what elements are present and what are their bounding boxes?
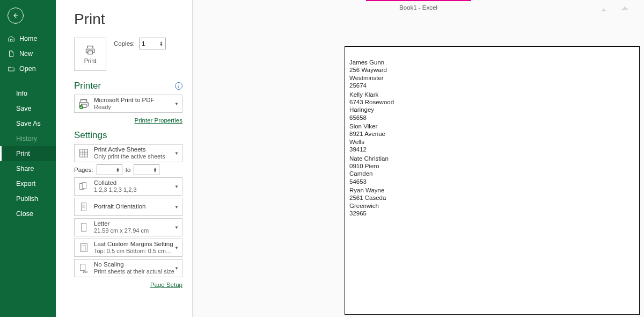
info-icon[interactable]: i — [175, 82, 182, 90]
copies-spinner[interactable]: ▲▼ — [139, 38, 166, 49]
preview-line: Wells — [349, 138, 394, 146]
pages-row: Pages: ▲▼ to ▲▼ — [74, 164, 182, 175]
printer-name: Microsoft Print to PDF — [94, 97, 154, 104]
settings-heading-label: Settings — [74, 130, 107, 141]
preview-record: Ryan Wayne2561 CasedaGreenwich32965 — [349, 186, 394, 218]
print-button-label: Print — [84, 57, 97, 64]
folder-open-icon — [8, 65, 15, 73]
preview-line: 2561 Caseda — [349, 194, 394, 201]
chevron-down-icon: ▼ — [174, 205, 179, 210]
sidebar-new[interactable]: New — [0, 46, 56, 61]
decorative-birds — [599, 2, 634, 15]
print-what-dropdown[interactable]: Print Active Sheets Only print the activ… — [74, 144, 182, 162]
preview-record: Kelly Klark6743 RosewoodHaringey65658 — [349, 91, 394, 122]
home-icon — [8, 35, 15, 42]
sidebar-open-label: Open — [19, 65, 36, 73]
preview-record: Nate Christian0910 PieroCamden54653 — [349, 155, 394, 186]
collate-l1: Collated — [94, 179, 137, 186]
sidebar-save-as[interactable]: Save As — [0, 116, 56, 131]
collate-icon — [78, 181, 90, 192]
sidebar-publish[interactable]: Publish — [0, 191, 56, 206]
chevron-down-icon: ▼ — [174, 225, 179, 230]
spinner-arrows-icon[interactable]: ▲▼ — [116, 167, 120, 172]
preview-page: James Gunn256 WaywardWestminster25674Kel… — [345, 46, 640, 315]
svg-text:100: 100 — [83, 270, 87, 273]
scaling-l1: No Scaling — [94, 261, 174, 268]
chevron-down-icon: ▼ — [174, 246, 179, 250]
preview-line: 54653 — [349, 178, 394, 185]
margins-l1: Last Custom Margins Setting — [94, 241, 173, 248]
preview-line: James Gunn — [349, 59, 394, 66]
printer-heading: Printer — [74, 81, 101, 91]
svg-rect-7 — [82, 245, 85, 250]
collate-dropdown[interactable]: Collated 1,2,3 1,2,3 1,2,3 ▼ — [74, 177, 182, 196]
sidebar-info[interactable]: Info — [0, 86, 56, 101]
print-preview-area: Book1 - Excel James Gunn256 WaywardWestm… — [192, 0, 644, 317]
preview-line: 256 Wayward — [349, 66, 394, 74]
paper-icon — [78, 221, 90, 233]
scaling-dropdown[interactable]: 100 No Scaling Print sheets at their act… — [74, 259, 182, 277]
margins-icon — [78, 242, 90, 254]
page-setup-link[interactable]: Page Setup — [150, 282, 182, 288]
sidebar-close[interactable]: Close — [0, 206, 56, 221]
page-from-field[interactable] — [99, 167, 112, 173]
printer-status-icon — [78, 98, 90, 110]
print-button[interactable]: Print — [74, 38, 106, 71]
sidebar-history: History — [0, 131, 56, 146]
portrait-icon — [78, 201, 90, 213]
preview-line: 65658 — [349, 114, 394, 121]
scaling-l2: Print sheets at their actual size — [94, 268, 174, 275]
preview-line: Westminster — [349, 74, 394, 82]
preview-content: James Gunn256 WaywardWestminster25674Kel… — [349, 59, 394, 219]
printer-properties-link[interactable]: Printer Properties — [135, 117, 182, 124]
chevron-down-icon: ▼ — [174, 184, 179, 189]
spinner-arrows-icon[interactable]: ▲▼ — [159, 41, 163, 46]
copies-input[interactable] — [142, 40, 155, 47]
orientation-dropdown[interactable]: Portrait Orientation ▼ — [74, 198, 182, 216]
sidebar-open[interactable]: Open — [0, 61, 56, 76]
back-button[interactable] — [8, 8, 24, 24]
print-what-l1: Print Active Sheets — [94, 146, 165, 153]
copies-label: Copies: — [114, 40, 135, 47]
pages-to-label: to — [126, 167, 131, 173]
orientation-l1: Portrait Orientation — [94, 203, 146, 210]
page-title: Print — [74, 11, 182, 28]
sidebar-home[interactable]: Home — [0, 31, 56, 46]
printer-heading-row: Printer i — [74, 81, 182, 91]
page-to-input[interactable]: ▲▼ — [134, 164, 159, 175]
preview-line: 6743 Rosewood — [349, 98, 394, 106]
printer-dropdown[interactable]: Microsoft Print to PDF Ready ▼ — [74, 95, 182, 113]
svg-rect-5 — [81, 224, 86, 232]
preview-line: Nate Christian — [349, 155, 394, 162]
file-icon — [8, 50, 15, 57]
paper-l2: 21.59 cm x 27.94 cm — [94, 227, 149, 234]
scaling-icon: 100 — [78, 262, 90, 274]
preview-line: Greenwich — [349, 202, 394, 210]
sidebar-save[interactable]: Save — [0, 101, 56, 116]
settings-heading: Settings — [74, 130, 182, 141]
sidebar-share[interactable]: Share — [0, 161, 56, 176]
preview-line: 25674 — [349, 82, 394, 89]
preview-line: Haringey — [349, 106, 394, 113]
window-title: Book1 - Excel — [399, 4, 437, 11]
bird-icon — [618, 2, 634, 15]
page-to-field[interactable] — [136, 167, 149, 173]
title-accent — [366, 0, 471, 1]
spinner-arrows-icon[interactable]: ▲▼ — [153, 167, 157, 172]
chevron-down-icon: ▼ — [174, 266, 179, 271]
sidebar-new-label: New — [19, 50, 33, 57]
svg-rect-3 — [82, 183, 86, 189]
sidebar-export[interactable]: Export — [0, 176, 56, 191]
pages-label: Pages: — [74, 167, 93, 173]
paper-l1: Letter — [94, 220, 149, 227]
paper-dropdown[interactable]: Letter 21.59 cm x 27.94 cm ▼ — [74, 218, 182, 236]
preview-line: 39412 — [349, 146, 394, 153]
margins-dropdown[interactable]: Last Custom Margins Setting Top: 0.5 cm … — [74, 239, 182, 257]
bird-icon — [599, 5, 611, 15]
arrow-left-icon — [12, 12, 19, 19]
preview-line: Sion Viker — [349, 123, 394, 130]
sidebar-print[interactable]: Print — [0, 146, 56, 161]
preview-line: Ryan Wayne — [349, 186, 394, 194]
preview-line: Kelly Klark — [349, 91, 394, 98]
page-from-input[interactable]: ▲▼ — [97, 164, 122, 175]
